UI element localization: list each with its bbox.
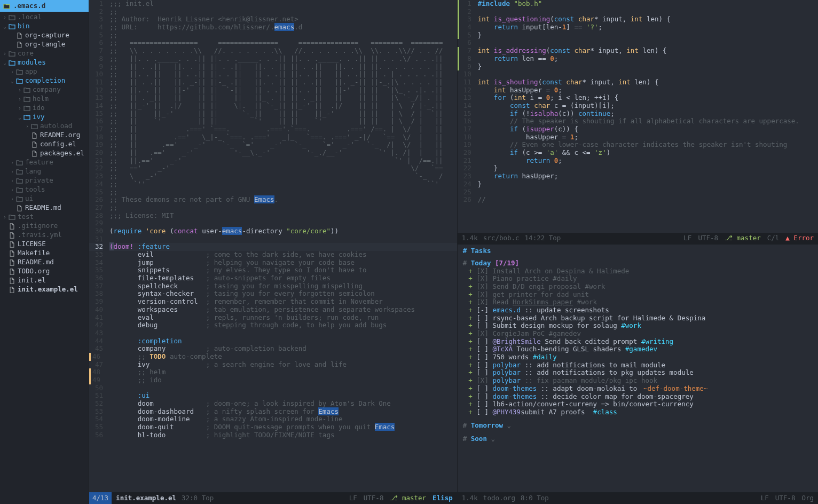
tree-file[interactable]: README.org <box>0 131 89 140</box>
cursor-position: 14:22 Top <box>525 234 561 243</box>
tree-file[interactable]: org-tangle <box>0 40 89 49</box>
eol-indicator: LF <box>349 494 357 503</box>
eol-indicator: LF <box>683 234 691 243</box>
tree-file[interactable]: LICENSE <box>0 240 89 249</box>
tree-dir[interactable]: ›core <box>0 49 89 58</box>
file-icon <box>30 140 38 149</box>
org-todo-item[interactable]: + [X] polybar :: fix pacman module/pkg i… <box>463 377 813 385</box>
tree-label: README.md <box>25 203 61 212</box>
workspace-indicator[interactable]: 4/13 <box>89 492 112 504</box>
tree-dir[interactable]: ›lang <box>0 167 89 176</box>
chevron-icon: ⌄ <box>2 59 7 67</box>
org-heading-soon[interactable]: # Soon ⌄ <box>463 434 813 443</box>
tree-file[interactable]: Makefile <box>0 249 89 258</box>
org-todo-item[interactable]: + [ ] polybar :: add notifications to pk… <box>463 369 813 377</box>
org-todo-item[interactable]: + [X] get printer for dad unit <box>463 291 813 299</box>
org-todo-item[interactable]: + [ ] rsync-based Arch backup script for… <box>463 314 813 322</box>
org-todo-item[interactable]: + [X] Read HorkSimms paper #work <box>463 298 813 306</box>
tree-label: LICENSE <box>18 240 46 249</box>
file-icon <box>15 40 23 49</box>
folder-icon <box>22 94 31 104</box>
org-todo-item[interactable]: + [ ] polybar :: add notifications to ma… <box>463 361 813 369</box>
editor-right[interactable]: 1234567891011121314151617181920212223242… <box>458 0 818 233</box>
tree-dir[interactable]: ›helm <box>0 94 89 104</box>
code-area[interactable]: #include "bob.h"int is_questioning(const… <box>476 0 818 233</box>
file-icon <box>30 131 38 140</box>
folder-icon <box>7 13 16 22</box>
code-area[interactable]: ;;; init.el;;;; Author: Henrik Lissner <… <box>107 0 457 492</box>
tree-label: app <box>25 67 37 76</box>
folder-icon <box>15 158 23 167</box>
tree-dir[interactable]: ›.local <box>0 13 89 22</box>
editor-left[interactable]: 1234567891011121314151617181920212223242… <box>89 0 457 492</box>
tree-label: autoload <box>40 122 72 131</box>
tree-dir[interactable]: ⌄completion <box>0 76 89 85</box>
tree-label: test <box>18 212 34 222</box>
tree-dir[interactable]: ›company <box>0 85 89 94</box>
tree-dir[interactable]: ⌄bin <box>0 22 89 31</box>
org-todo-item[interactable]: + [ ] doom-themes :: adapt doom-molokai … <box>463 385 813 393</box>
chevron-icon: › <box>10 159 15 167</box>
tree-file[interactable]: .gitignore <box>0 222 89 231</box>
tree-dir[interactable]: ›private <box>0 176 89 185</box>
tree-file[interactable]: TODO.org <box>0 267 89 276</box>
org-todo-item[interactable]: + [ ] @TcXA Touch-bending GLSL shaders #… <box>463 345 813 353</box>
folder-icon <box>22 104 31 113</box>
folder-icon <box>15 67 23 76</box>
org-todo-item[interactable]: + [ ] lb6-action/convert-curreny => bin/… <box>463 400 813 408</box>
org-heading-tomorrow[interactable]: # Tomorrow ⌄ <box>463 421 813 430</box>
tree-file[interactable]: init.example.el <box>0 285 89 294</box>
tree-dir[interactable]: ›feature <box>0 158 89 167</box>
file-icon <box>7 222 16 231</box>
org-todo-item[interactable]: + [X] CorgieJam PoC #gamedev <box>463 330 813 338</box>
org-agenda[interactable]: # Tasks # Today [7/19] + [X] Install Arc… <box>458 245 818 492</box>
folder-icon <box>22 85 31 94</box>
file-icon <box>7 240 16 249</box>
org-heading-today[interactable]: # Today [7/19] <box>463 258 813 267</box>
tree-file[interactable]: README.md <box>0 258 89 267</box>
tree-label: private <box>25 176 53 185</box>
org-todo-item[interactable]: + [ ] @PHY439submit A7 proofs #class <box>463 408 813 416</box>
eol-indicator: LF <box>761 494 769 503</box>
tree-file[interactable]: .travis.yml <box>0 231 89 240</box>
org-todo-item[interactable]: + [ ] @BrightSmile Send back edited prom… <box>463 338 813 346</box>
buffer-size: 1.4k <box>462 494 478 503</box>
org-todo-item[interactable]: + [X] Install Arch on Despina & Halimede <box>463 267 813 275</box>
org-todo-item[interactable]: + [X] Send D/D engi proposal #work <box>463 283 813 291</box>
tree-label: org-capture <box>25 31 69 40</box>
folder-icon <box>15 167 23 176</box>
tree-label: company <box>33 85 61 94</box>
project-root-header[interactable]: .emacs.d <box>0 0 89 12</box>
tree-dir[interactable]: ›ui <box>0 194 89 203</box>
tree-dir[interactable]: ›test <box>0 212 89 222</box>
org-todo-item[interactable]: + [-] emacs.d :: update screenshots <box>463 306 813 314</box>
tree-file[interactable]: org-capture <box>0 31 89 40</box>
folder-icon <box>7 49 16 58</box>
org-todo-item[interactable]: + [ ] Submit design mockup for solaug #w… <box>463 322 813 330</box>
org-todo-item[interactable]: + [ ] doom-themes :: decide color map fo… <box>463 393 813 401</box>
vcs-branch: ⎇ master <box>390 494 426 503</box>
tree-dir[interactable]: ⌄modules <box>0 58 89 67</box>
tree-dir[interactable]: ⌄ivy <box>0 113 89 122</box>
tree-label: init.el <box>18 276 46 285</box>
org-todo-item[interactable]: + [ ] 750 words #daily <box>463 353 813 361</box>
buffer-path: src/bob.c <box>483 234 520 243</box>
tree-file[interactable]: packages.el <box>0 149 89 158</box>
chevron-icon: › <box>2 50 7 58</box>
encoding-indicator: UTF-8 <box>364 494 384 503</box>
tree-dir[interactable]: ›app <box>0 67 89 76</box>
file-tree[interactable]: ›.local⌄binorg-captureorg-tangle›core⌄mo… <box>0 12 89 504</box>
tree-dir[interactable]: ›tools <box>0 185 89 194</box>
flycheck-error[interactable]: ▲ Error <box>785 234 814 243</box>
tree-file[interactable]: init.el <box>0 276 89 285</box>
tree-dir[interactable]: ›ido <box>0 104 89 113</box>
file-icon <box>7 249 16 258</box>
tree-file[interactable]: README.md <box>0 203 89 212</box>
chevron-icon: › <box>17 105 22 112</box>
org-todo-item[interactable]: + [X] Piano practice #daily <box>463 275 813 283</box>
file-icon <box>7 267 16 276</box>
folder-icon <box>15 185 23 194</box>
tree-file[interactable]: config.el <box>0 140 89 149</box>
tree-dir[interactable]: ›autoload <box>0 122 89 131</box>
buffer-size: 1.4k <box>462 234 478 243</box>
